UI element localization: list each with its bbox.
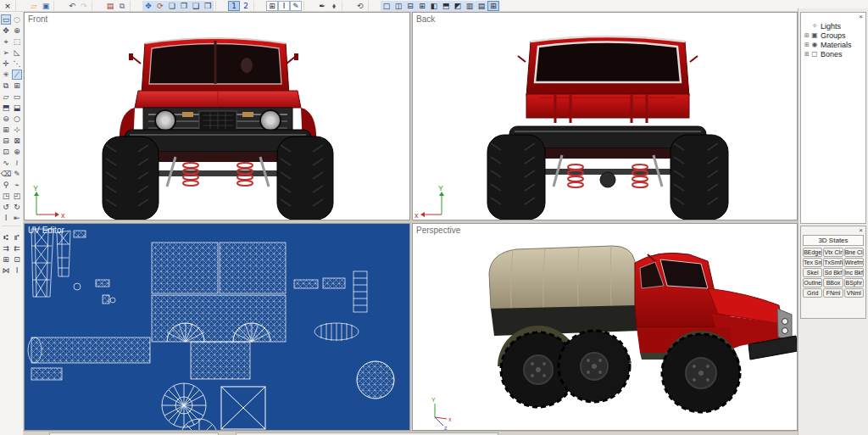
open-icon[interactable]: ▱ (28, 1, 40, 11)
edit-mesh-icon[interactable]: ⊞ (266, 1, 278, 11)
viewport-pane-4-icon[interactable]: ❒ (202, 1, 214, 11)
rotate-icon[interactable]: ⟳ (154, 1, 166, 11)
snap-tool[interactable]: ✳ (1, 70, 11, 80)
weld-a-tool[interactable]: ∿ (1, 158, 11, 168)
state-button-sd-bkf[interactable]: Sd Bkf (823, 268, 843, 277)
select-face-tool[interactable]: ◺ (12, 47, 22, 58)
ibeam-tool[interactable]: Ⅰ (1, 213, 11, 223)
vertex-add-tool[interactable]: ✛ (1, 59, 11, 69)
align-d-tool[interactable]: ⇇ (12, 243, 22, 254)
close-icon[interactable]: × (857, 226, 865, 234)
state-button-inc-bkf[interactable]: Inc Bkf (844, 268, 864, 277)
fill-icon[interactable]: ⬧ (328, 1, 340, 11)
orbit-icon[interactable]: ⟲ (354, 1, 366, 11)
state-button-outlne[interactable]: Outlne (803, 278, 822, 287)
mesh-b-tool[interactable]: ⊹ (12, 125, 22, 135)
select-free-tool[interactable]: ⌖ (1, 36, 11, 47)
mesh-e-tool[interactable]: ⊡ (1, 147, 11, 157)
align-c-tool[interactable]: ⇉ (1, 243, 11, 254)
layout-top-pane-icon[interactable]: ⬒ (440, 1, 452, 11)
copy-icon[interactable]: ⧉ (116, 1, 128, 11)
cylinder-tool[interactable]: ⊖ (1, 114, 11, 124)
paste-icon[interactable]: ▤ (104, 1, 116, 11)
state-button-bne-clr[interactable]: Bne Clr (844, 248, 864, 257)
viewport-pane-1-icon[interactable]: ❏ (166, 1, 178, 11)
viewport-pane-2-icon[interactable]: ❐ (178, 1, 190, 11)
uv-a-tool[interactable]: ◳ (1, 191, 11, 201)
grid-tool[interactable]: ⊞ (12, 81, 22, 91)
tree-item-bones[interactable]: ⊞ ▢ Bones (801, 49, 865, 59)
state-button-bbox[interactable]: BBox (823, 278, 843, 287)
bottom-scrollbar[interactable] (24, 431, 798, 435)
layout-corner-icon[interactable]: ◩ (452, 1, 464, 11)
layout-single-icon[interactable]: □ (381, 1, 392, 11)
rotate-right-tool[interactable]: ↻ (12, 202, 22, 212)
box-tool[interactable]: ⬓ (12, 103, 22, 113)
state-button-fnml[interactable]: FNml (823, 288, 843, 298)
align-a-tool[interactable]: ⑆ (1, 232, 11, 243)
tree-item-lights[interactable]: ✧ Lights (801, 21, 865, 31)
state-button-bedge[interactable]: BEdge (803, 248, 822, 257)
layout-split-h-icon[interactable]: ⊟ (404, 1, 416, 11)
select-group-tool[interactable]: ⬚ (12, 36, 22, 47)
stretch-tool[interactable]: ⋈ (1, 265, 11, 276)
layout-rows-icon[interactable]: ▤ (476, 1, 487, 11)
mirror-b-tool[interactable]: ⊡ (12, 254, 22, 265)
expand-icon[interactable]: ⊞ (804, 42, 810, 48)
tree-item-materials[interactable]: ⊞ ◉ Materials (801, 40, 865, 49)
uv-window-1-button[interactable]: 1 (228, 1, 240, 11)
zoom-tool[interactable]: ⊕ (12, 25, 22, 36)
knife-tool[interactable]: ⟋ (12, 70, 22, 80)
state-button-wirefme[interactable]: Wirefme (844, 258, 864, 267)
edit-pencil-icon[interactable]: ✎ (290, 1, 302, 11)
layout-quad-icon[interactable]: ⊞ (416, 1, 428, 11)
close-icon[interactable]: × (857, 13, 865, 20)
mesh-a-tool[interactable]: ⊞ (1, 125, 11, 135)
cube-tool[interactable]: ⬒ (1, 103, 11, 113)
viewport-front[interactable]: Front (24, 12, 410, 220)
uv-b-tool[interactable]: ◰ (12, 191, 22, 201)
state-button-vnml[interactable]: VNml (844, 288, 864, 298)
align-b-tool[interactable]: ⑈ (12, 232, 22, 243)
target-tool[interactable]: ⊕ (12, 147, 22, 157)
erase-tool[interactable]: ⌫ (1, 169, 11, 179)
pen-icon[interactable]: ✒ (316, 1, 328, 11)
fit-h-tool[interactable]: ⇤ (12, 213, 22, 223)
layout-columns-icon[interactable]: ▥ (464, 1, 476, 11)
face-b-tool[interactable]: ▭ (12, 92, 22, 102)
weld-b-tool[interactable]: ≀ (12, 158, 22, 168)
pan-tool[interactable]: ✥ (1, 25, 11, 36)
state-button-grid[interactable]: Grid (803, 288, 822, 298)
edit-text-icon[interactable]: I (278, 1, 290, 11)
select-lasso-tool[interactable]: ◌ (12, 14, 22, 25)
viewport-back[interactable]: Back (412, 12, 798, 220)
layout-quad-active-icon[interactable]: ⊞ (487, 1, 499, 11)
mesh-d-tool[interactable]: ⊠ (12, 136, 22, 146)
mirror-a-tool[interactable]: ⊞ (1, 254, 11, 265)
duplicate-tool[interactable]: ⧉ (1, 81, 11, 91)
expand-icon[interactable]: ⊞ (804, 32, 810, 39)
layout-left-pane-icon[interactable]: ◧ (428, 1, 440, 11)
state-button-tex-sm[interactable]: Tex Sm (803, 258, 822, 267)
undo-icon[interactable]: ↶ (66, 1, 78, 11)
move-icon[interactable]: ✥ (142, 1, 154, 11)
state-button-skel[interactable]: Skel (803, 268, 822, 277)
save-icon[interactable]: ▣ (40, 1, 52, 11)
magnet-b-tool[interactable]: ⌁ (12, 180, 22, 190)
rotate-left-tool[interactable]: ↺ (1, 202, 11, 212)
sphere-tool[interactable]: ○ (12, 114, 22, 124)
mesh-c-tool[interactable]: ⊟ (1, 136, 11, 146)
state-button-bsphr[interactable]: BSphr (844, 278, 864, 287)
tree-item-groups[interactable]: ⊞ ▣ Groups (801, 31, 865, 40)
redo-icon[interactable]: ↷ (78, 1, 90, 11)
layout-split-v-icon[interactable]: ◫ (392, 1, 404, 11)
magnet-a-tool[interactable]: ⚲ (1, 180, 11, 190)
height-tool[interactable]: Ⅰ (12, 265, 22, 276)
state-button-vtx-clr[interactable]: Vtx Clr (823, 248, 843, 257)
viewport-pane-3-icon[interactable]: ❑ (190, 1, 202, 11)
pencil-tool[interactable]: ✎ (12, 169, 22, 179)
uv-window-2-button[interactable]: 2 (240, 1, 252, 11)
state-button-txsmlwr[interactable]: TxSmlWr (823, 258, 843, 267)
select-vertex-tool[interactable]: ➢ (1, 47, 11, 58)
expand-icon[interactable]: ⊞ (804, 51, 810, 58)
